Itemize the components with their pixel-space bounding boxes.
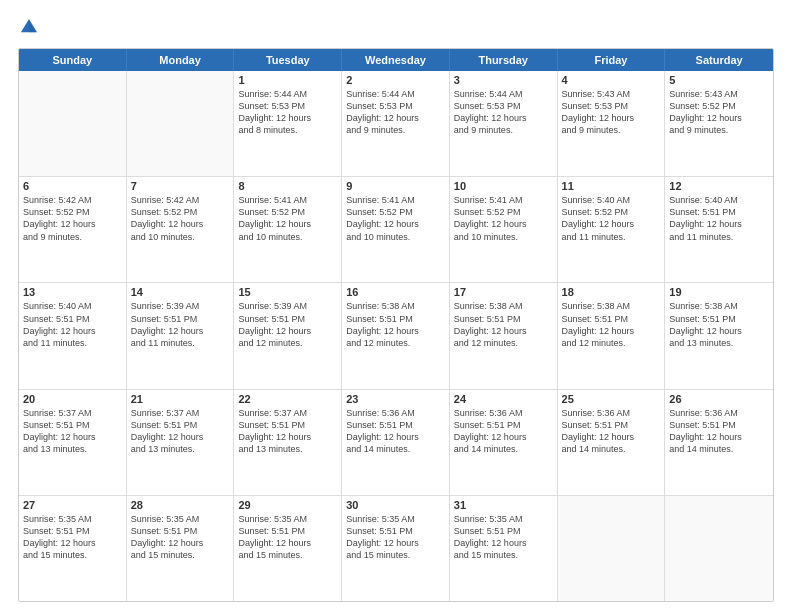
day-number: 27 — [23, 499, 122, 511]
cell-info: Sunrise: 5:36 AM Sunset: 5:51 PM Dayligh… — [454, 407, 553, 456]
day-number: 2 — [346, 74, 445, 86]
cal-cell: 14Sunrise: 5:39 AM Sunset: 5:51 PM Dayli… — [127, 283, 235, 388]
cal-cell: 6Sunrise: 5:42 AM Sunset: 5:52 PM Daylig… — [19, 177, 127, 282]
day-number: 10 — [454, 180, 553, 192]
cell-info: Sunrise: 5:39 AM Sunset: 5:51 PM Dayligh… — [238, 300, 337, 349]
cell-info: Sunrise: 5:36 AM Sunset: 5:51 PM Dayligh… — [562, 407, 661, 456]
day-number: 24 — [454, 393, 553, 405]
cell-info: Sunrise: 5:41 AM Sunset: 5:52 PM Dayligh… — [346, 194, 445, 243]
header-cell-tuesday: Tuesday — [234, 49, 342, 71]
logo — [18, 16, 44, 38]
cal-cell: 24Sunrise: 5:36 AM Sunset: 5:51 PM Dayli… — [450, 390, 558, 495]
cell-info: Sunrise: 5:41 AM Sunset: 5:52 PM Dayligh… — [454, 194, 553, 243]
cell-info: Sunrise: 5:35 AM Sunset: 5:51 PM Dayligh… — [454, 513, 553, 562]
cal-cell: 28Sunrise: 5:35 AM Sunset: 5:51 PM Dayli… — [127, 496, 235, 601]
cal-cell: 29Sunrise: 5:35 AM Sunset: 5:51 PM Dayli… — [234, 496, 342, 601]
cell-info: Sunrise: 5:42 AM Sunset: 5:52 PM Dayligh… — [131, 194, 230, 243]
header-cell-thursday: Thursday — [450, 49, 558, 71]
day-number: 13 — [23, 286, 122, 298]
day-number: 6 — [23, 180, 122, 192]
day-number: 11 — [562, 180, 661, 192]
day-number: 15 — [238, 286, 337, 298]
cell-info: Sunrise: 5:38 AM Sunset: 5:51 PM Dayligh… — [669, 300, 769, 349]
cal-cell: 7Sunrise: 5:42 AM Sunset: 5:52 PM Daylig… — [127, 177, 235, 282]
day-number: 30 — [346, 499, 445, 511]
cell-info: Sunrise: 5:40 AM Sunset: 5:51 PM Dayligh… — [23, 300, 122, 349]
header-cell-friday: Friday — [558, 49, 666, 71]
cal-cell — [665, 496, 773, 601]
cell-info: Sunrise: 5:43 AM Sunset: 5:52 PM Dayligh… — [669, 88, 769, 137]
day-number: 18 — [562, 286, 661, 298]
cell-info: Sunrise: 5:35 AM Sunset: 5:51 PM Dayligh… — [346, 513, 445, 562]
cal-cell: 16Sunrise: 5:38 AM Sunset: 5:51 PM Dayli… — [342, 283, 450, 388]
week-row-5: 27Sunrise: 5:35 AM Sunset: 5:51 PM Dayli… — [19, 496, 773, 601]
cal-cell — [19, 71, 127, 176]
day-number: 8 — [238, 180, 337, 192]
cal-cell — [127, 71, 235, 176]
day-number: 20 — [23, 393, 122, 405]
week-row-3: 13Sunrise: 5:40 AM Sunset: 5:51 PM Dayli… — [19, 283, 773, 389]
cell-info: Sunrise: 5:44 AM Sunset: 5:53 PM Dayligh… — [238, 88, 337, 137]
cal-cell: 25Sunrise: 5:36 AM Sunset: 5:51 PM Dayli… — [558, 390, 666, 495]
cell-info: Sunrise: 5:44 AM Sunset: 5:53 PM Dayligh… — [454, 88, 553, 137]
day-number: 17 — [454, 286, 553, 298]
day-number: 22 — [238, 393, 337, 405]
calendar-body: 1Sunrise: 5:44 AM Sunset: 5:53 PM Daylig… — [19, 71, 773, 601]
week-row-1: 1Sunrise: 5:44 AM Sunset: 5:53 PM Daylig… — [19, 71, 773, 177]
cal-cell — [558, 496, 666, 601]
cal-cell: 18Sunrise: 5:38 AM Sunset: 5:51 PM Dayli… — [558, 283, 666, 388]
header-cell-sunday: Sunday — [19, 49, 127, 71]
cell-info: Sunrise: 5:37 AM Sunset: 5:51 PM Dayligh… — [238, 407, 337, 456]
cal-cell: 3Sunrise: 5:44 AM Sunset: 5:53 PM Daylig… — [450, 71, 558, 176]
week-row-4: 20Sunrise: 5:37 AM Sunset: 5:51 PM Dayli… — [19, 390, 773, 496]
cal-cell: 5Sunrise: 5:43 AM Sunset: 5:52 PM Daylig… — [665, 71, 773, 176]
day-number: 29 — [238, 499, 337, 511]
calendar: SundayMondayTuesdayWednesdayThursdayFrid… — [18, 48, 774, 602]
cell-info: Sunrise: 5:39 AM Sunset: 5:51 PM Dayligh… — [131, 300, 230, 349]
cell-info: Sunrise: 5:37 AM Sunset: 5:51 PM Dayligh… — [131, 407, 230, 456]
cell-info: Sunrise: 5:38 AM Sunset: 5:51 PM Dayligh… — [454, 300, 553, 349]
day-number: 26 — [669, 393, 769, 405]
cal-cell: 10Sunrise: 5:41 AM Sunset: 5:52 PM Dayli… — [450, 177, 558, 282]
logo-icon — [18, 16, 40, 38]
cell-info: Sunrise: 5:38 AM Sunset: 5:51 PM Dayligh… — [562, 300, 661, 349]
day-number: 23 — [346, 393, 445, 405]
cell-info: Sunrise: 5:42 AM Sunset: 5:52 PM Dayligh… — [23, 194, 122, 243]
cal-cell: 31Sunrise: 5:35 AM Sunset: 5:51 PM Dayli… — [450, 496, 558, 601]
cal-cell: 27Sunrise: 5:35 AM Sunset: 5:51 PM Dayli… — [19, 496, 127, 601]
cell-info: Sunrise: 5:35 AM Sunset: 5:51 PM Dayligh… — [238, 513, 337, 562]
cal-cell: 23Sunrise: 5:36 AM Sunset: 5:51 PM Dayli… — [342, 390, 450, 495]
cal-cell: 4Sunrise: 5:43 AM Sunset: 5:53 PM Daylig… — [558, 71, 666, 176]
cal-cell: 13Sunrise: 5:40 AM Sunset: 5:51 PM Dayli… — [19, 283, 127, 388]
cal-cell: 19Sunrise: 5:38 AM Sunset: 5:51 PM Dayli… — [665, 283, 773, 388]
day-number: 16 — [346, 286, 445, 298]
cell-info: Sunrise: 5:37 AM Sunset: 5:51 PM Dayligh… — [23, 407, 122, 456]
cal-cell: 21Sunrise: 5:37 AM Sunset: 5:51 PM Dayli… — [127, 390, 235, 495]
cal-cell: 1Sunrise: 5:44 AM Sunset: 5:53 PM Daylig… — [234, 71, 342, 176]
cell-info: Sunrise: 5:36 AM Sunset: 5:51 PM Dayligh… — [346, 407, 445, 456]
cal-cell: 30Sunrise: 5:35 AM Sunset: 5:51 PM Dayli… — [342, 496, 450, 601]
cell-info: Sunrise: 5:41 AM Sunset: 5:52 PM Dayligh… — [238, 194, 337, 243]
cell-info: Sunrise: 5:36 AM Sunset: 5:51 PM Dayligh… — [669, 407, 769, 456]
cal-cell: 20Sunrise: 5:37 AM Sunset: 5:51 PM Dayli… — [19, 390, 127, 495]
calendar-header: SundayMondayTuesdayWednesdayThursdayFrid… — [19, 49, 773, 71]
page: SundayMondayTuesdayWednesdayThursdayFrid… — [0, 0, 792, 612]
header-cell-saturday: Saturday — [665, 49, 773, 71]
cal-cell: 22Sunrise: 5:37 AM Sunset: 5:51 PM Dayli… — [234, 390, 342, 495]
day-number: 12 — [669, 180, 769, 192]
day-number: 3 — [454, 74, 553, 86]
header — [18, 16, 774, 38]
header-cell-wednesday: Wednesday — [342, 49, 450, 71]
cal-cell: 9Sunrise: 5:41 AM Sunset: 5:52 PM Daylig… — [342, 177, 450, 282]
cell-info: Sunrise: 5:38 AM Sunset: 5:51 PM Dayligh… — [346, 300, 445, 349]
day-number: 4 — [562, 74, 661, 86]
cal-cell: 26Sunrise: 5:36 AM Sunset: 5:51 PM Dayli… — [665, 390, 773, 495]
cell-info: Sunrise: 5:40 AM Sunset: 5:51 PM Dayligh… — [669, 194, 769, 243]
cell-info: Sunrise: 5:35 AM Sunset: 5:51 PM Dayligh… — [23, 513, 122, 562]
header-cell-monday: Monday — [127, 49, 235, 71]
day-number: 9 — [346, 180, 445, 192]
day-number: 21 — [131, 393, 230, 405]
day-number: 25 — [562, 393, 661, 405]
day-number: 28 — [131, 499, 230, 511]
week-row-2: 6Sunrise: 5:42 AM Sunset: 5:52 PM Daylig… — [19, 177, 773, 283]
